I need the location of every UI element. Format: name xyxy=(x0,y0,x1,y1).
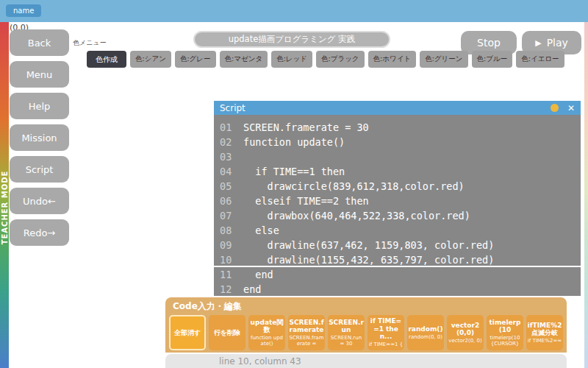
code-button-clear-all[interactable]: 全部消す xyxy=(169,315,206,350)
line-number: 11 xyxy=(220,267,236,282)
sidebar-button-script[interactable]: Script xyxy=(10,156,69,183)
code-line[interactable]: 10 drawline(1155,432, 635,797, color.red… xyxy=(214,252,581,267)
code-text: if TIME==1 then xyxy=(243,164,345,179)
code-button-snippet: vector2(0, 0) xyxy=(448,338,481,344)
color-menu-label: 色メニュー xyxy=(73,38,107,48)
code-text: else xyxy=(243,223,279,238)
script-window-title: Script xyxy=(220,103,551,113)
code-text: drawcircle(839,612,318,color.red) xyxy=(243,179,465,194)
code-line[interactable]: 05 drawcircle(839,612,318,color.red) xyxy=(214,179,581,194)
code-button-screen-run[interactable]: SCREEN.run SCREEN.run = 30 xyxy=(328,315,365,350)
sidebar: Back Menu Help Mission Script Undo← Redo… xyxy=(10,29,69,246)
code-line[interactable]: 06 elseif TIME==2 then xyxy=(214,194,581,208)
code-text: elseif TIME==2 then xyxy=(243,194,369,208)
code-button-label: if TIME==1 then... xyxy=(368,317,404,340)
play-icon: ▶ xyxy=(535,38,541,48)
code-button-label: SCREEN.framerate xyxy=(289,319,324,334)
code-button-snippet: SCREEN.run = 30 xyxy=(329,335,364,347)
code-text: function update() xyxy=(243,135,345,149)
right-edge-strip xyxy=(584,22,588,368)
name-label: name xyxy=(6,4,41,17)
code-line[interactable]: 08 else xyxy=(214,223,581,238)
sidebar-button-menu[interactable]: Menu xyxy=(10,61,69,88)
color-button-gray[interactable]: 色:グレー xyxy=(175,51,216,68)
code-button-update-function[interactable]: update関数 function update() xyxy=(248,315,285,350)
color-button-black[interactable]: 色:ブラック xyxy=(316,51,365,68)
line-number: 02 xyxy=(220,135,236,149)
color-button-green[interactable]: 色:グリーン xyxy=(420,51,467,68)
line-number: 01 xyxy=(220,120,236,135)
page-title: update描画プログラミング 実践 xyxy=(193,31,390,48)
code-input-panel-title: Code入力・編集 xyxy=(165,297,567,313)
color-button-yellow[interactable]: 色:イエロー xyxy=(516,51,564,68)
code-line[interactable]: 03 xyxy=(214,149,581,164)
status-bar: line 10, column 43 xyxy=(165,354,567,368)
code-text: SCREEN.framerate = 30 xyxy=(243,120,369,135)
line-number: 12 xyxy=(220,282,236,296)
code-button-snippet: if TIME==1 { xyxy=(369,342,403,347)
script-window-header[interactable]: Script ✕ xyxy=(214,101,581,115)
teacher-mode-label: TEACHER MODE xyxy=(1,171,9,245)
line-number: 10 xyxy=(220,252,236,267)
code-button-label: 行を削除 xyxy=(214,329,240,336)
close-icon[interactable]: ✕ xyxy=(567,104,575,113)
code-button-vector2[interactable]: vector2(0,0) vector2(0, 0) xyxy=(447,315,484,350)
script-window: Script ✕ 01 SCREEN.framerate = 30 02 fun… xyxy=(214,101,581,296)
sidebar-button-redo[interactable]: Redo→ xyxy=(10,219,69,246)
code-button-time-blink[interactable]: ifTIME%2点滅分岐 if TIME%2== xyxy=(526,315,563,350)
color-button-cyan[interactable]: 色:シアン xyxy=(130,51,171,68)
code-editor[interactable]: 01 SCREEN.framerate = 30 02 function upd… xyxy=(214,115,581,296)
color-button-magenta[interactable]: 色:マゼンタ xyxy=(220,51,268,68)
color-button-red[interactable]: 色:レッド xyxy=(271,51,312,68)
line-number: 09 xyxy=(220,238,236,252)
code-line[interactable]: 12 end xyxy=(214,282,581,296)
code-button-random[interactable]: random() random(0, 0) xyxy=(407,315,444,350)
code-button-if-time[interactable]: if TIME==1 then... if TIME==1 { xyxy=(368,315,404,350)
code-line[interactable]: 09 drawline(637,462, 1159,803, color.red… xyxy=(214,238,581,252)
line-number: 07 xyxy=(220,208,236,223)
code-line[interactable]: 02 function update() xyxy=(214,135,581,149)
code-line[interactable]: 11 end xyxy=(214,267,581,282)
code-text: drawline(1155,432, 635,797, color.red) xyxy=(243,252,494,267)
sidebar-button-undo[interactable]: Undo← xyxy=(10,188,69,214)
play-button-label: Play xyxy=(547,37,568,49)
line-number: 06 xyxy=(220,194,236,208)
sidebar-button-help[interactable]: Help xyxy=(10,93,69,119)
teacher-mode-strip: TEACHER MODE xyxy=(0,22,9,368)
sidebar-button-mission[interactable]: Mission xyxy=(10,124,69,151)
code-line[interactable]: 07 drawbox(640,464,522,338,color.red) xyxy=(214,208,581,223)
code-text: drawbox(640,464,522,338,color.red) xyxy=(243,208,470,223)
code-button-snippet: function update() xyxy=(249,335,284,347)
code-button-snippet: if TIME%2== xyxy=(528,338,562,344)
code-button-label: random() xyxy=(408,325,442,333)
color-button-white[interactable]: 色:ホワイト xyxy=(368,51,417,68)
line-number: 03 xyxy=(220,149,236,164)
code-line[interactable]: 01 SCREEN.framerate = 30 xyxy=(214,120,581,135)
code-button-label: vector2(0,0) xyxy=(448,322,483,337)
minimize-icon[interactable] xyxy=(551,104,559,112)
sidebar-button-back[interactable]: Back xyxy=(10,29,69,56)
code-button-delete-line[interactable]: 行を削除 xyxy=(209,315,245,350)
code-text: end xyxy=(243,282,261,296)
color-create-button[interactable]: 色作成 xyxy=(87,51,126,68)
code-button-label: update関数 xyxy=(249,319,284,334)
code-button-label: timelerp(10 xyxy=(487,319,523,334)
color-button-blue[interactable]: 色:ブルー xyxy=(472,51,513,68)
code-button-label: ifTIME%2点滅分岐 xyxy=(527,322,562,337)
color-menu: 色作成 色:シアン 色:グレー 色:マゼンタ 色:レッド 色:ブラック 色:ホワ… xyxy=(87,51,564,68)
code-button-screen-framerate[interactable]: SCREEN.framerate SCREEN.framerate = xyxy=(288,315,325,350)
code-button-snippet: SCREEN.framerate = xyxy=(289,335,324,347)
line-number: 05 xyxy=(220,179,236,194)
code-button-timelerp[interactable]: timelerp(10 timelerp(10 {CURSOR} xyxy=(487,315,523,350)
code-line[interactable]: 04 if TIME==1 then xyxy=(214,164,581,179)
cursor-position-label: line 10, column 43 xyxy=(219,356,301,367)
code-input-panel: Code入力・編集 全部消す 行を削除 update関数 function up… xyxy=(165,297,567,353)
code-button-snippet: timelerp(10 {CURSOR} xyxy=(487,335,523,347)
line-number: 08 xyxy=(220,223,236,238)
code-button-label: 全部消す xyxy=(174,329,201,336)
text-cursor-line xyxy=(214,266,581,267)
code-button-label: SCREEN.run xyxy=(329,319,364,334)
code-text: end xyxy=(243,267,273,282)
code-text: drawline(637,462, 1159,803, color.red) xyxy=(243,238,494,252)
code-button-row: 全部消す 行を削除 update関数 function update() SCR… xyxy=(165,313,567,350)
